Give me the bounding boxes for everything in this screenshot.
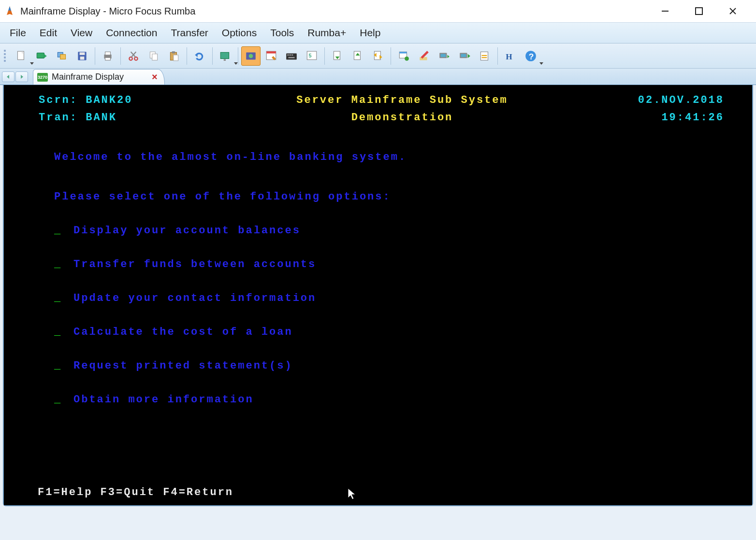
menu-file[interactable]: File — [3, 25, 33, 41]
svg-rect-35 — [286, 53, 297, 59]
option-input-5[interactable] — [54, 357, 73, 375]
option-text: Request printed statement(s) — [73, 357, 293, 375]
svg-rect-39 — [289, 57, 295, 58]
option-input-3[interactable] — [54, 290, 73, 307]
svg-rect-50 — [399, 52, 407, 53]
option-row: Transfer funds between accounts — [54, 256, 748, 273]
close-button[interactable] — [723, 1, 742, 21]
edit-script-button[interactable] — [414, 46, 434, 66]
svg-rect-58 — [461, 54, 466, 57]
mouse-cursor-icon — [347, 487, 357, 507]
function-keys: F1=Help F3=Quit F4=Return — [38, 484, 233, 501]
tab-close-button[interactable]: × — [152, 71, 158, 83]
svg-marker-68 — [348, 488, 355, 499]
minimize-button[interactable] — [655, 1, 675, 21]
menu-rumba-plus[interactable]: Rumba+ — [301, 25, 353, 41]
upload-button[interactable] — [328, 46, 347, 66]
tab-3270-icon: 3270 — [37, 73, 48, 82]
tab-label: Mainframe Display — [52, 72, 124, 82]
svg-text:H: H — [506, 52, 512, 61]
terminal-container: Scrn: BANK20 Server Mainframe Sub System… — [3, 85, 753, 506]
svg-marker-9 — [44, 54, 46, 58]
option-text: Calculate the cost of a loan — [73, 324, 293, 341]
option-row: Obtain more information — [54, 391, 748, 409]
copy-button[interactable] — [144, 46, 163, 66]
svg-rect-33 — [266, 51, 276, 53]
download-button[interactable] — [348, 46, 367, 66]
maximize-button[interactable] — [689, 1, 709, 21]
transfer-settings-button[interactable] — [368, 46, 388, 66]
cut-button[interactable] — [124, 46, 143, 66]
tabstrip: 3270 Mainframe Display × — [0, 69, 756, 85]
option-row: Update your contact information — [54, 290, 748, 307]
tab-mainframe-display[interactable]: 3270 Mainframe Display × — [33, 69, 165, 85]
option-text: Transfer funds between accounts — [73, 256, 316, 273]
svg-rect-17 — [105, 57, 111, 60]
svg-point-18 — [129, 57, 132, 60]
screen-designer-button[interactable] — [262, 46, 281, 66]
help-button[interactable]: ? — [521, 46, 540, 66]
svg-rect-55 — [440, 54, 446, 57]
term-date: 02.NOV.2018 — [623, 92, 748, 109]
svg-point-51 — [405, 57, 409, 61]
app-icon — [4, 5, 15, 17]
menu-connection[interactable]: Connection — [99, 25, 164, 41]
svg-rect-14 — [80, 57, 85, 60]
svg-rect-36 — [287, 54, 289, 55]
screen-capture-button[interactable] — [475, 46, 494, 66]
window-title: Mainframe Display - Micro Focus Rumba — [20, 6, 195, 17]
associate-button[interactable] — [435, 46, 454, 66]
option-input-4[interactable] — [54, 324, 73, 341]
svg-rect-38 — [291, 54, 293, 55]
menu-view[interactable]: View — [64, 25, 99, 41]
undo-button[interactable] — [190, 46, 209, 66]
paste-button[interactable] — [164, 46, 184, 66]
svg-rect-62 — [482, 57, 487, 58]
svg-rect-3 — [696, 8, 702, 14]
svg-rect-23 — [152, 54, 158, 60]
svg-rect-44 — [354, 51, 360, 59]
option-input-2[interactable] — [54, 256, 73, 273]
tran-value: BANK — [86, 112, 117, 124]
svg-point-19 — [134, 57, 138, 60]
connect-button[interactable] — [32, 46, 51, 66]
option-input-1[interactable] — [54, 222, 73, 240]
titlebar: Mainframe Display - Micro Focus Rumba — [0, 0, 756, 22]
svg-rect-37 — [290, 54, 291, 55]
record-macro-button[interactable] — [241, 46, 261, 66]
disconnect-button[interactable] — [52, 46, 72, 66]
history-button[interactable]: H — [501, 46, 520, 66]
tab-prev-button[interactable] — [2, 71, 15, 82]
term-title2: Demonstration — [182, 109, 623, 127]
option-input-6[interactable] — [54, 391, 73, 409]
svg-rect-13 — [80, 52, 85, 55]
svg-text:?: ? — [529, 51, 534, 61]
prompt-text: Please select one of the following optio… — [54, 188, 748, 206]
svg-rect-28 — [220, 52, 229, 58]
tab-next-button[interactable] — [15, 71, 28, 82]
screen-settings-button[interactable] — [216, 46, 235, 66]
window-controls — [655, 1, 742, 21]
menu-tools[interactable]: Tools — [263, 25, 301, 41]
print-button[interactable] — [98, 46, 117, 66]
svg-marker-67 — [21, 75, 23, 79]
menu-help[interactable]: Help — [353, 25, 387, 41]
keyboard-map-button[interactable] — [282, 46, 301, 66]
run-script-button[interactable] — [455, 46, 474, 66]
launch-app-button[interactable] — [394, 46, 413, 66]
welcome-text: Welcome to the almost on-line banking sy… — [54, 149, 748, 166]
toolbar-grip[interactable] — [4, 47, 9, 65]
menu-transfer[interactable]: Transfer — [164, 25, 215, 41]
svg-rect-25 — [172, 51, 175, 53]
option-text: Obtain more information — [73, 391, 254, 409]
save-button[interactable] — [73, 46, 92, 66]
svg-rect-26 — [174, 55, 178, 60]
script-editor-button[interactable]: 5 — [302, 46, 321, 66]
svg-marker-56 — [448, 55, 450, 58]
new-document-button[interactable] — [12, 46, 31, 66]
menu-options[interactable]: Options — [215, 25, 263, 41]
menu-edit[interactable]: Edit — [33, 25, 64, 41]
menubar: File Edit View Connection Transfer Optio… — [0, 22, 756, 43]
option-text: Display your account balances — [73, 222, 301, 240]
terminal[interactable]: Scrn: BANK20 Server Mainframe Sub System… — [4, 85, 752, 505]
